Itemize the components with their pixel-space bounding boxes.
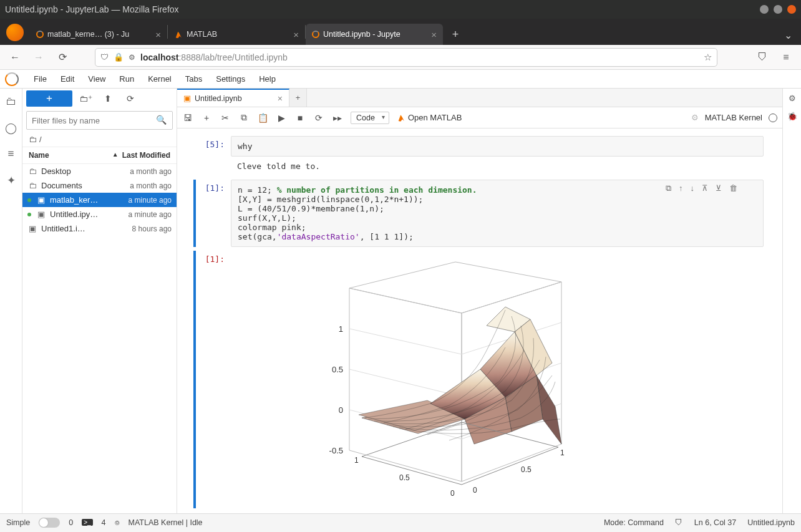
running-icon[interactable]: ◯ xyxy=(4,121,18,135)
restart-icon[interactable]: ⟳ xyxy=(313,113,324,123)
menu-kernel[interactable]: Kernel xyxy=(142,72,178,86)
extensions-icon[interactable]: ✦ xyxy=(4,173,18,187)
browser-tab-active[interactable]: Untitled.ipynb - Jupyte × xyxy=(306,24,443,45)
reload-button[interactable]: ⟳ xyxy=(52,47,72,67)
filter-field[interactable]: 🔍 xyxy=(26,111,173,130)
status-kernel[interactable]: MATLAB Kernel | Idle xyxy=(129,518,203,527)
list-item-selected[interactable]: ▣ matlab_ker… a minute ago xyxy=(22,193,177,207)
file-browser-toolbar: + 🗀⁺ ⬆ ⟳ xyxy=(22,89,177,109)
sort-asc-icon: ▲ xyxy=(109,151,122,160)
menu-settings[interactable]: Settings xyxy=(210,72,251,86)
menu-help[interactable]: Help xyxy=(253,72,282,86)
matlab-favicon xyxy=(174,30,183,39)
insert-below-icon[interactable]: ⊻ xyxy=(716,183,722,193)
svg-text:0: 0 xyxy=(473,486,477,495)
toc-icon[interactable]: ≡ xyxy=(4,147,18,161)
minimize-button[interactable] xyxy=(760,5,769,14)
back-button[interactable]: ← xyxy=(5,47,25,67)
url-bar[interactable]: 🛡 🔒 ⚙ localhost:8888/lab/tree/Untitled.i… xyxy=(95,48,717,67)
list-item[interactable]: ▣ Untitled1.i… 8 hours ago xyxy=(22,221,177,236)
permission-icon[interactable]: ⚙ xyxy=(129,53,135,62)
insert-cell-icon[interactable]: + xyxy=(201,113,212,123)
left-rail: 🗀 ◯ ≡ ✦ xyxy=(0,89,22,513)
shield-icon[interactable]: 🛡 xyxy=(100,52,109,62)
move-up-icon[interactable]: ↑ xyxy=(679,183,683,193)
col-modified[interactable]: Last Modified xyxy=(122,151,170,160)
pocket-icon[interactable]: ⛉ xyxy=(752,47,772,67)
debugger-icon[interactable]: 🐞 xyxy=(787,112,797,121)
stop-icon[interactable]: ■ xyxy=(294,113,306,123)
bookmark-star-icon[interactable]: ☆ xyxy=(704,52,712,63)
upload-button[interactable]: ⬆ xyxy=(99,90,117,107)
input-prompt: [5]: xyxy=(196,136,231,176)
delete-icon[interactable]: 🗑 xyxy=(729,183,737,193)
open-matlab-button[interactable]: Open MATLAB xyxy=(397,113,462,122)
file-browser-icon[interactable]: 🗀 xyxy=(4,95,18,109)
firefox-icon xyxy=(6,24,24,41)
surface-plot: -0.5 0 0.5 1 xyxy=(274,257,599,506)
doc-tab-label: Untitled.ipynb xyxy=(195,94,242,103)
new-launcher-button[interactable]: + xyxy=(26,90,72,107)
save-icon[interactable]: 🖫 xyxy=(182,113,193,123)
url-text: localhost:8888/lab/tree/Untitled.ipynb xyxy=(140,52,288,62)
simple-mode-toggle[interactable] xyxy=(39,518,60,528)
browser-tab[interactable]: matlab_kerne… (3) - Ju × xyxy=(30,24,167,45)
cell-type-select[interactable]: Code xyxy=(351,112,389,124)
breadcrumb[interactable]: 🗀 / xyxy=(22,132,177,147)
add-tab-button[interactable]: + xyxy=(289,89,307,107)
svg-text:0: 0 xyxy=(339,405,343,415)
filter-input[interactable] xyxy=(26,111,173,130)
file-name: Documents xyxy=(41,181,126,190)
gear-icon[interactable]: ⚙ xyxy=(691,113,699,122)
menu-run[interactable]: Run xyxy=(113,72,140,86)
notebook-icon: ▣ xyxy=(183,94,191,103)
window-title: Untitled.ipynb - JupyterLab — Mozilla Fi… xyxy=(5,4,760,14)
property-inspector-icon[interactable]: ⚙ xyxy=(789,94,796,103)
duplicate-icon[interactable]: ⧉ xyxy=(666,183,671,193)
run-icon[interactable]: ▶ xyxy=(276,113,287,123)
lock-icon[interactable]: 🔒 xyxy=(114,52,124,62)
menu-file[interactable]: File xyxy=(27,72,53,86)
lsp-icon[interactable]: ⌾ xyxy=(115,518,120,527)
jupyterlab-menubar: File Edit View Run Kernel Tabs Settings … xyxy=(0,70,801,89)
menu-edit[interactable]: Edit xyxy=(54,72,80,86)
maximize-button[interactable] xyxy=(774,5,782,14)
main-area: ▣ Untitled.ipynb × + 🖫 + ✂ ⧉ 📋 ▶ ■ ⟳ ▸▸ … xyxy=(177,89,782,513)
new-tab-button[interactable]: + xyxy=(447,26,464,43)
copy-icon[interactable]: ⧉ xyxy=(238,112,250,123)
close-icon[interactable]: × xyxy=(278,94,283,104)
running-dot-icon xyxy=(27,213,31,216)
list-item[interactable]: 🗀 Documents a month ago xyxy=(22,178,177,193)
list-item[interactable]: 🗀 Desktop a month ago xyxy=(22,164,177,178)
browser-tab-label: matlab_kerne… (3) - Ju xyxy=(47,30,129,39)
hamburger-menu-icon[interactable]: ≡ xyxy=(776,47,796,67)
code-input[interactable]: why xyxy=(231,136,764,157)
cell[interactable]: [5]: why Cleve told me to. xyxy=(196,136,764,176)
close-icon[interactable]: × xyxy=(431,29,437,40)
trusted-icon[interactable]: ⛉ xyxy=(675,518,683,527)
kernel-name[interactable]: MATLAB Kernel xyxy=(705,113,762,122)
col-name[interactable]: Name xyxy=(29,151,109,160)
window-controls xyxy=(760,5,796,14)
svg-text:1: 1 xyxy=(560,448,565,457)
tabs-dropdown-icon[interactable]: ⌄ xyxy=(784,29,799,45)
new-folder-button[interactable]: 🗀⁺ xyxy=(76,90,95,107)
cut-icon[interactable]: ✂ xyxy=(220,113,231,123)
insert-above-icon[interactable]: ⊼ xyxy=(702,183,708,193)
list-item[interactable]: ▣ Untitled.ipy… a minute ago xyxy=(22,207,177,221)
browser-tab[interactable]: MATLAB × xyxy=(168,24,305,45)
close-window-button[interactable] xyxy=(787,5,796,14)
move-down-icon[interactable]: ↓ xyxy=(691,183,695,193)
paste-icon[interactable]: 📋 xyxy=(257,113,268,123)
doc-tab-active[interactable]: ▣ Untitled.ipynb × xyxy=(177,89,289,107)
close-icon[interactable]: × xyxy=(155,29,161,40)
svg-text:0.5: 0.5 xyxy=(521,465,532,474)
menu-view[interactable]: View xyxy=(82,72,112,86)
refresh-button[interactable]: ⟳ xyxy=(121,90,140,107)
menu-tabs[interactable]: Tabs xyxy=(179,72,208,86)
terminal-icon[interactable]: >_ xyxy=(82,519,92,526)
run-all-icon[interactable]: ▸▸ xyxy=(332,113,343,123)
svg-line-7 xyxy=(349,329,462,354)
notebook-area[interactable]: [5]: why Cleve told me to. ⧉ ↑ ↓ ⊼ ⊻ 🗑 [… xyxy=(177,128,782,513)
close-icon[interactable]: × xyxy=(293,29,299,40)
